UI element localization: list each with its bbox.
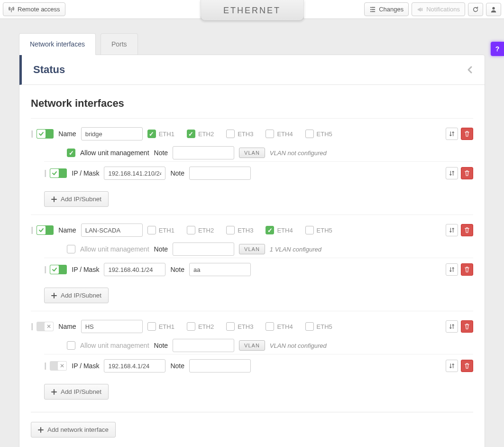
port-eth2-checkbox[interactable]: [187, 226, 195, 234]
question-icon: ?: [495, 45, 500, 53]
interface-note-input[interactable]: [173, 242, 234, 256]
allow-mgmt-checkbox[interactable]: [67, 341, 75, 350]
port-eth5-checkbox[interactable]: [305, 322, 314, 331]
interface-name-input[interactable]: [81, 320, 143, 333]
allow-mgmt-checkbox[interactable]: [67, 149, 75, 157]
tab-bar: Network interfaces Ports: [19, 33, 485, 55]
delete-ip-button[interactable]: [461, 360, 473, 372]
port-eth2-checkbox[interactable]: [187, 130, 195, 138]
tab-network-interfaces[interactable]: Network interfaces: [19, 33, 96, 55]
port-eth5-checkbox[interactable]: [305, 226, 314, 234]
sort-button[interactable]: [446, 320, 458, 333]
interface-enable-toggle[interactable]: [37, 129, 54, 139]
allow-mgmt-label: Allow unit management: [80, 245, 149, 253]
delete-ip-button[interactable]: [461, 263, 473, 276]
port-label: ETH1: [159, 130, 174, 138]
help-tab[interactable]: ?: [491, 42, 504, 56]
drag-handle-icon[interactable]: ||: [31, 226, 32, 234]
vlan-button[interactable]: VLAN: [239, 340, 265, 351]
changes-button[interactable]: Changes: [364, 2, 409, 16]
drag-handle-icon[interactable]: ||: [31, 130, 32, 138]
sort-icon: [449, 170, 455, 177]
ip-mask-input[interactable]: [104, 359, 165, 372]
sort-button[interactable]: [446, 167, 458, 179]
delete-interface-button[interactable]: [461, 128, 473, 140]
add-network-interface-button[interactable]: Add network interface: [31, 422, 116, 438]
delete-interface-button[interactable]: [461, 224, 473, 236]
ip-note-input[interactable]: [189, 167, 251, 180]
port-eth5-checkbox[interactable]: [305, 130, 314, 138]
port-eth4-checkbox[interactable]: [266, 322, 274, 331]
delete-interface-button[interactable]: [461, 320, 473, 333]
port-eth3-checkbox[interactable]: [226, 322, 235, 331]
ip-enable-toggle[interactable]: [50, 168, 67, 178]
sort-button[interactable]: [446, 263, 458, 276]
svg-point-0: [492, 7, 495, 9]
trash-icon: [464, 227, 470, 233]
drag-handle-icon[interactable]: ||: [31, 322, 32, 331]
sort-button[interactable]: [446, 128, 458, 140]
sort-button[interactable]: [446, 224, 458, 236]
add-ip-subnet-button[interactable]: Add IP/Subnet: [44, 384, 109, 400]
drag-handle-icon[interactable]: ||: [44, 265, 45, 274]
ip-enable-toggle[interactable]: ✕: [50, 361, 67, 371]
port-eth1-checkbox[interactable]: [147, 322, 156, 331]
port-eth4-checkbox[interactable]: [266, 130, 274, 138]
vlan-status: 1 VLAN configured: [270, 246, 321, 253]
drag-handle-icon[interactable]: ||: [44, 169, 45, 177]
note-label: Note: [170, 362, 184, 370]
remote-access-button[interactable]: Remote access: [3, 2, 65, 16]
collapse-icon[interactable]: [467, 65, 473, 74]
trash-icon: [464, 323, 470, 330]
drag-handle-icon[interactable]: ||: [44, 362, 45, 370]
delete-ip-button[interactable]: [461, 167, 473, 179]
ip-note-input[interactable]: [189, 263, 251, 276]
sort-button[interactable]: [446, 360, 458, 372]
name-label: Name: [58, 226, 76, 234]
interface-name-input[interactable]: [81, 127, 143, 140]
ip-row: || IP / Mask Note: [44, 161, 473, 185]
allow-mgmt-label: Allow unit management: [80, 149, 149, 157]
port-eth2-checkbox[interactable]: [187, 322, 195, 331]
ip-mask-label: IP / Mask: [72, 266, 99, 273]
port-label: ETH4: [277, 323, 293, 330]
trash-icon: [464, 266, 470, 273]
port-eth1-checkbox[interactable]: [147, 226, 156, 234]
port-eth3-checkbox[interactable]: [226, 130, 235, 138]
add-ip-subnet-button[interactable]: Add IP/Subnet: [44, 288, 109, 303]
interface-enable-toggle[interactable]: ✕: [37, 322, 54, 331]
trash-icon: [464, 170, 470, 177]
trash-icon: [464, 130, 470, 137]
port-label: ETH2: [198, 323, 214, 330]
vlan-button[interactable]: VLAN: [239, 148, 265, 158]
page-title: ETHERNET: [200, 0, 304, 21]
interface-note-input[interactable]: [173, 339, 234, 352]
name-label: Name: [58, 130, 76, 138]
user-button[interactable]: [486, 3, 501, 16]
add-interface-label: Add network interface: [47, 426, 109, 433]
user-icon: [490, 6, 497, 13]
interface-enable-toggle[interactable]: [37, 225, 54, 235]
allow-mgmt-checkbox[interactable]: [67, 245, 75, 253]
vlan-button[interactable]: VLAN: [239, 244, 265, 254]
ip-mask-label: IP / Mask: [72, 362, 99, 370]
port-eth3-checkbox[interactable]: [226, 226, 235, 234]
sort-icon: [449, 266, 455, 273]
interface-note-input[interactable]: [173, 146, 234, 159]
port-label: ETH5: [317, 130, 332, 138]
add-ip-subnet-button[interactable]: Add IP/Subnet: [44, 191, 109, 207]
tab-ports[interactable]: Ports: [101, 33, 138, 55]
ip-mask-input[interactable]: [104, 167, 165, 180]
ip-note-input[interactable]: [189, 359, 251, 372]
name-label: Name: [58, 323, 76, 330]
refresh-button[interactable]: [468, 3, 483, 16]
note-label: Note: [170, 169, 184, 177]
port-eth1-checkbox[interactable]: [147, 130, 156, 138]
port-eth4-checkbox[interactable]: [266, 226, 274, 234]
ip-mask-input[interactable]: [104, 263, 165, 276]
notifications-button[interactable]: Notifications: [412, 2, 465, 16]
plus-icon: [51, 389, 57, 395]
interface-name-input[interactable]: [81, 224, 143, 237]
port-label: ETH3: [238, 323, 253, 330]
ip-enable-toggle[interactable]: [50, 265, 67, 274]
